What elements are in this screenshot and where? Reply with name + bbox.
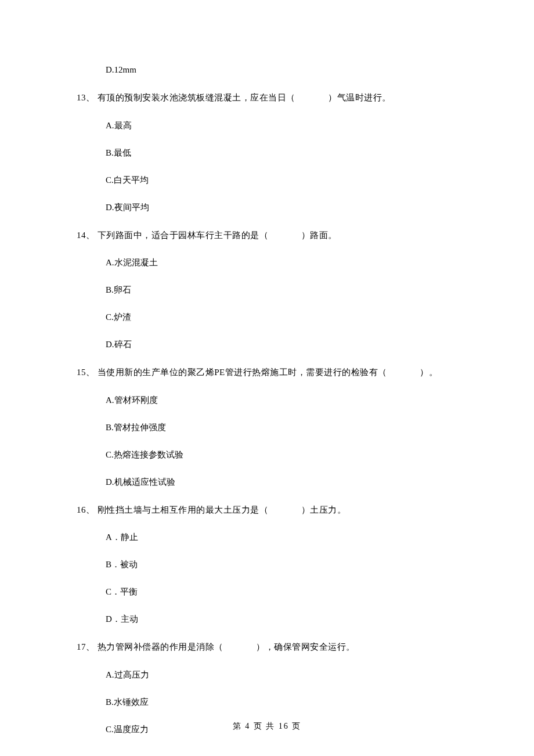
question-number: 14、: [77, 231, 95, 240]
question-text-post: ）土压力。: [301, 505, 347, 514]
option-item: B.管材拉伸强度: [106, 422, 457, 434]
option-item: D.机械适应性试验: [106, 476, 457, 488]
page-content: D.12mm 13、 有顶的预制安装水池浇筑板缝混凝土，应在当日（ ）气温时进行…: [0, 0, 534, 736]
question-text-pre: 热力管网补偿器的作用是消除（: [98, 642, 223, 651]
option-item: B.水锤效应: [106, 696, 457, 708]
option-item: D．主动: [106, 613, 457, 625]
option-item: C．平衡: [106, 586, 457, 598]
question-text-pre: 当使用新的生产单位的聚乙烯PE管进行热熔施工时，需要进行的检验有（: [98, 368, 387, 377]
question-13: 13、 有顶的预制安装水池浇筑板缝混凝土，应在当日（ ）气温时进行。: [77, 91, 457, 105]
question-text-pre: 刚性挡土墙与土相互作用的最大土压力是（: [98, 505, 269, 514]
option-item: D.夜间平均: [106, 201, 457, 214]
option-item: C.白天平均: [106, 174, 457, 186]
option-item: A．静止: [106, 531, 457, 543]
option-item: A.过高压力: [106, 669, 457, 681]
question-15: 15、 当使用新的生产单位的聚乙烯PE管进行热熔施工时，需要进行的检验有（ ）。: [77, 366, 457, 379]
option-item: A.管材环刚度: [106, 394, 457, 406]
question-number: 16、: [77, 505, 95, 514]
question-text-pre: 有顶的预制安装水池浇筑板缝混凝土，应在当日（: [98, 93, 295, 102]
option-item: C.热熔连接参数试验: [106, 449, 457, 461]
question-text-post: ）路面。: [301, 231, 337, 240]
page-footer: 第 4 页 共 16 页: [0, 721, 534, 732]
question-text-pre: 下列路面中，适合于园林车行主干路的是（: [98, 231, 269, 240]
option-item: A.最高: [106, 120, 457, 132]
question-number: 13、: [77, 93, 95, 102]
question-14: 14、 下列路面中，适合于园林车行主干路的是（ ）路面。: [77, 229, 457, 242]
option-item: B.最低: [106, 147, 457, 159]
option-item: A.水泥混凝土: [106, 257, 457, 269]
question-text-post: ），确保管网安全运行。: [256, 642, 355, 651]
option-item: D.12mm: [106, 64, 457, 76]
question-text-post: ）。: [420, 368, 438, 377]
question-number: 15、: [77, 368, 95, 377]
option-item: D.碎石: [106, 339, 457, 351]
question-17: 17、 热力管网补偿器的作用是消除（ ），确保管网安全运行。: [77, 640, 457, 654]
question-number: 17、: [77, 642, 95, 651]
option-item: C.炉渣: [106, 311, 457, 323]
option-item: B.卵石: [106, 284, 457, 296]
option-item: B．被动: [106, 559, 457, 571]
question-text-post: ）气温时进行。: [328, 93, 391, 102]
question-16: 16、 刚性挡土墙与土相互作用的最大土压力是（ ）土压力。: [77, 503, 457, 517]
